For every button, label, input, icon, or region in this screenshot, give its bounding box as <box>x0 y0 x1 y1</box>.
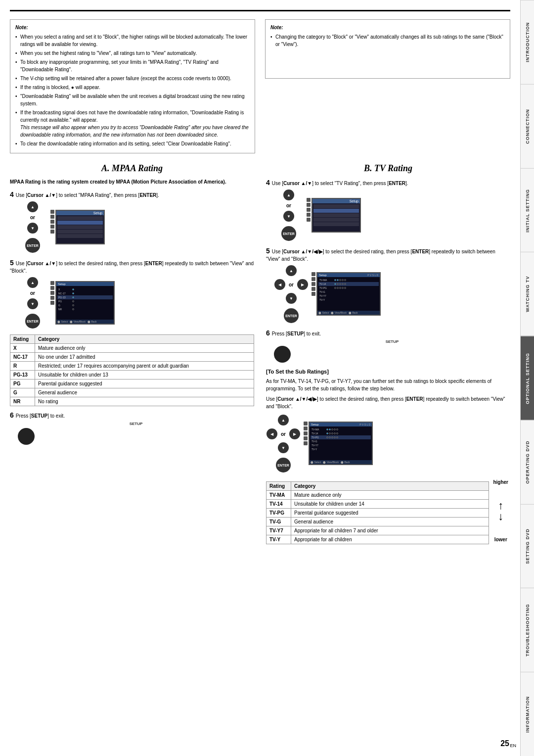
screen-menu-item <box>313 204 359 208</box>
arrow-down-btn <box>278 442 289 453</box>
dot <box>336 432 338 434</box>
arrow-up-btn <box>27 201 38 212</box>
screen-header-a4: Setup <box>56 211 104 215</box>
dot <box>339 283 341 285</box>
arrow-right-btn <box>297 279 308 290</box>
category-cell: General audience <box>291 518 489 526</box>
table-row: NR No rating <box>10 397 254 406</box>
b-step4-illustrations: or ENTER <box>274 189 510 241</box>
list-item: The V-chip setting will be retained afte… <box>15 75 250 82</box>
screen-menu-item <box>313 213 359 217</box>
table-row: TV-PG Parental guidance suggested <box>267 509 489 518</box>
row-dots <box>72 308 74 310</box>
side-icon-5 <box>312 292 315 296</box>
b-setup-button-icon <box>274 346 291 363</box>
remote-nav-updown-5: or ENTER <box>18 277 47 329</box>
side-icon-2 <box>50 286 54 290</box>
tv-rating-table: Rating Category TV-MA Mature audience on… <box>266 481 489 544</box>
b-screen-header-4: Setup <box>312 199 360 203</box>
setup-button-icon <box>18 428 35 445</box>
sub-ratings-text1: As for TV-MA, TV-14, TV-PG, or TV-Y7, yo… <box>266 378 510 392</box>
dot <box>329 436 331 438</box>
dot <box>329 432 331 434</box>
b-screen-row-tvg: TV-G <box>318 290 379 294</box>
rating-cell: X <box>10 344 35 353</box>
rating-cell: TV-G <box>267 518 291 526</box>
list-item: Changing the category to "Block" or "Vie… <box>270 33 505 48</box>
b-screen-row-tvy7: TV-Y7 <box>318 294 379 298</box>
sidebar-tab-introduction[interactable]: INTRODUCTION <box>521 0 534 84</box>
sidebar-tab-troubleshooting[interactable]: TROUBLESHOOTING <box>521 588 534 672</box>
sidebar-tab-setting-dvd[interactable]: SETTING DVD <box>521 504 534 588</box>
arrow-up-btn <box>27 277 38 288</box>
enter-btn: ENTER <box>276 458 291 472</box>
sidebar-tab-optional-setting[interactable]: OPTIONAL SETTING <box>521 336 534 420</box>
rating-cell: TV-PG <box>267 509 291 518</box>
table-row: PG Parental guidance suggested <box>10 379 254 388</box>
section-b-title: B. TV Rating <box>266 163 510 174</box>
sidebar-tab-connection[interactable]: CONNECTION <box>521 84 534 168</box>
or-label: or <box>289 282 294 287</box>
sidebar-tab-information[interactable]: INFORMATION <box>521 672 534 756</box>
arrow-right-btn <box>289 428 300 439</box>
sub-screen-display: Setup P V S L D TV-MA TV-14 TV-PG TV-G T… <box>309 422 373 465</box>
screen-mockup-a4: Setup <box>50 210 105 244</box>
top-notes-row: Note: When you select a rating and set i… <box>10 19 510 153</box>
higher-lower-column: higher ↑ ↓ lower <box>491 477 510 544</box>
table-row: TV-Y7 Appropriate for all children 7 and… <box>267 526 489 535</box>
side-icon-5 <box>304 441 308 445</box>
screen-menu-item <box>57 230 103 234</box>
sidebar-tab-initial-setting[interactable]: INITIAL SETTING <box>521 168 534 252</box>
screen-row-nc17: NC-17 <box>57 291 113 295</box>
list-item: To clear the downloadable rating informa… <box>15 140 250 147</box>
row-dots <box>334 279 346 281</box>
row-dots <box>72 304 74 306</box>
category-cell: General audience <box>35 388 254 397</box>
category-cell: Appropriate for all children <box>291 535 489 544</box>
side-icon-4 <box>50 296 54 300</box>
sidebar-tab-watching-tv[interactable]: WATCHING TV <box>521 252 534 336</box>
right-note-box: Note: Changing the category to "Block" o… <box>265 19 510 79</box>
side-icon-3 <box>307 208 311 212</box>
b-step6-illustration: SETUP <box>274 339 510 363</box>
arrow-left-btn <box>267 428 277 439</box>
side-icon-2 <box>50 215 54 219</box>
side-icon-1 <box>312 272 315 276</box>
screen-bottom-bar-a5: ⬤ Select ⬤ View/Block ⬤ Back <box>56 320 114 324</box>
dot <box>336 436 338 438</box>
section-b-step5: 5 Use [Cursor ▲/▼/◀/▶] to select the des… <box>266 247 510 323</box>
category-cell: Mature audience only <box>35 344 254 353</box>
left-note-title: Note: <box>15 24 250 31</box>
sidebar-tab-operating-dvd[interactable]: OPERATING DVD <box>521 420 534 504</box>
screen-row-pg13: PG-13 <box>57 295 113 299</box>
b-screen-row-tv14: TV-14 <box>318 282 379 286</box>
dot <box>331 428 333 430</box>
table-row: X Mature audience only <box>10 344 254 353</box>
sub-ratings-title: [To Set the Sub Ratings] <box>266 369 510 375</box>
dot <box>344 279 346 281</box>
enter-btn: ENTER <box>281 226 296 241</box>
table-header-category: Category <box>35 335 254 344</box>
step6-number: 6 <box>10 411 16 419</box>
page-number: 25 <box>500 739 509 748</box>
lower-label: lower <box>494 537 507 542</box>
side-icon-2 <box>304 426 308 430</box>
or-label: or <box>30 215 35 220</box>
two-column-layout: A. MPAA Rating MPAA Rating is the rating… <box>10 163 510 746</box>
side-icon-3 <box>50 291 54 295</box>
tv-rating-table-container: Rating Category TV-MA Mature audience on… <box>266 477 510 544</box>
dot <box>342 283 344 285</box>
dot <box>326 436 328 438</box>
arrow-left-btn <box>274 279 285 290</box>
screen-menu-a4 <box>56 215 104 243</box>
list-item: If the rating is blocked, ● will appear. <box>15 84 250 91</box>
screen-header-a5: Setup <box>56 282 114 286</box>
b-step6-text: Press [SETUP] to exit. <box>272 331 321 336</box>
arrow-down-btn <box>283 211 294 222</box>
section-a-step6: 6 Press [SETUP] to exit. SETUP <box>10 411 254 445</box>
b-screen-side-icons <box>307 198 311 222</box>
dot <box>72 292 74 294</box>
step5-text: Use [Cursor ▲/▼] to select the desired r… <box>10 261 254 274</box>
side-icon-3 <box>304 431 308 435</box>
higher-label: higher <box>493 479 508 485</box>
